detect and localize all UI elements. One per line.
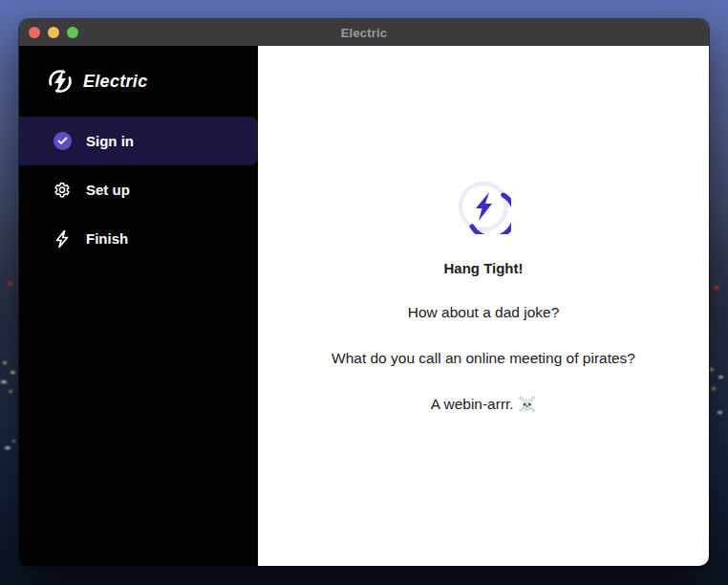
joke-punchline: A webin-arrr. ☠️ [431, 395, 537, 414]
loading-heading: Hang Tight! [443, 260, 523, 276]
gear-icon [53, 181, 72, 200]
boat-light [5, 446, 11, 449]
joke-question-line: What do you call an online meeting of pi… [332, 349, 635, 368]
city-light [8, 282, 12, 286]
electric-bolt-logo-icon [46, 67, 75, 96]
window-title: Electric [19, 26, 709, 40]
check-circle-icon [53, 132, 72, 151]
boat-light [12, 440, 15, 443]
joke-intro-line: How about a dad joke? [408, 303, 560, 322]
sidebar-item-label: Finish [86, 230, 128, 247]
main-content: Hang Tight! How about a dad joke? What d… [258, 46, 709, 566]
city-light [1, 380, 7, 383]
city-light [718, 376, 723, 379]
city-light [9, 390, 12, 393]
logo-text: Electric [83, 72, 147, 92]
lightning-icon [53, 229, 72, 249]
sidebar-item-sign-in[interactable]: Sign in [19, 117, 258, 165]
city-light [714, 286, 719, 290]
sidebar-item-label: Set up [86, 182, 130, 198]
sidebar-item-finish[interactable]: Finish [19, 214, 258, 263]
titlebar[interactable]: Electric [19, 19, 709, 46]
app-window: Electric Electric [19, 19, 709, 566]
sidebar-item-set-up[interactable]: Set up [19, 165, 258, 214]
window-body: Electric Sign in [19, 46, 709, 566]
app-logo: Electric [19, 46, 258, 117]
city-light [710, 368, 714, 371]
city-light [11, 371, 15, 374]
city-light [712, 387, 716, 390]
city-light [3, 361, 7, 364]
sidebar-nav: Sign in Set up [19, 117, 258, 263]
loading-spinner-icon [456, 179, 511, 234]
sidebar-item-label: Sign in [86, 133, 134, 149]
sidebar: Electric Sign in [19, 46, 258, 566]
city-light [717, 411, 722, 414]
